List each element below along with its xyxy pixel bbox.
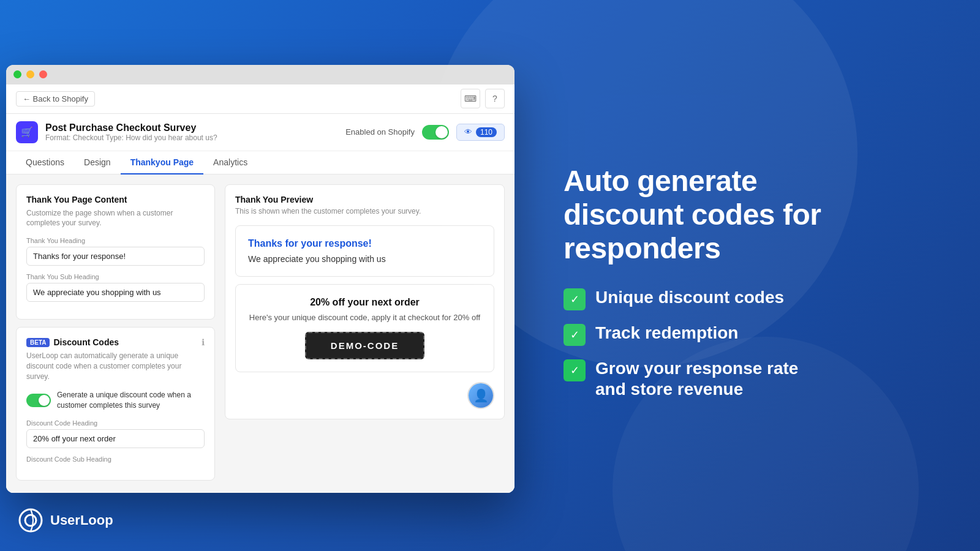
feature-item-1: ✓ Unique discount codes	[564, 287, 943, 310]
app-window: ← Back to Shopify ⌨ ? 🛒 Post Purchase Ch…	[6, 65, 514, 493]
top-bar: ← Back to Shopify ⌨ ?	[6, 84, 514, 114]
userloop-logo-icon	[17, 507, 44, 534]
thank-you-preview-sub: We appreciate you shopping with us	[248, 254, 481, 264]
back-button[interactable]: ← Back to Shopify	[16, 91, 95, 107]
feature-text-2: Track redemption	[595, 323, 738, 343]
heading-input[interactable]	[26, 247, 205, 266]
userloop-logo-text: UserLoop	[50, 512, 113, 528]
discount-title: Discount Codes	[53, 337, 119, 347]
left-panel: Thank You Page Content Customize the pag…	[16, 184, 215, 483]
discount-preview-box: 20% off your next order Here's your uniq…	[235, 284, 494, 372]
tab-analytics[interactable]: Analytics	[203, 151, 257, 174]
heading-label: Thank You Heading	[26, 237, 205, 244]
preview-card: Thank You Preview This is shown when the…	[225, 184, 505, 419]
discount-preview-sub: Here's your unique discount code, apply …	[248, 313, 481, 322]
thank-you-preview-heading: Thanks for your response!	[248, 238, 481, 249]
enabled-toggle[interactable]	[422, 125, 449, 140]
tab-thankyou-page[interactable]: Thankyou Page	[121, 151, 203, 174]
discount-header-left: BETA Discount Codes	[26, 337, 119, 347]
demo-code-button[interactable]: DEMO-CODE	[305, 332, 424, 359]
survey-header: 🛒 Post Purchase Checkout Survey Format: …	[6, 114, 514, 151]
feature-item-2: ✓ Track redemption	[564, 323, 943, 346]
avatar-inner: 👤	[469, 383, 493, 408]
avatar: 👤	[467, 382, 494, 409]
discount-toggle-label: Generate a unique discount code when a c…	[57, 390, 205, 411]
survey-title: Post Purchase Checkout Survey	[45, 122, 217, 133]
app-content: ← Back to Shopify ⌨ ? 🛒 Post Purchase Ch…	[6, 84, 514, 493]
survey-subtitle: Format: Checkout Type: How did you hear …	[45, 133, 217, 142]
check-icon-1: ✓	[564, 288, 586, 310]
marketing-headline: Auto generatediscount codes forresponder…	[564, 164, 943, 266]
marketing-panel: Auto generatediscount codes forresponder…	[514, 127, 980, 424]
discount-toggle-row: Generate a unique discount code when a c…	[26, 390, 205, 411]
tab-design[interactable]: Design	[74, 151, 121, 174]
discount-header: BETA Discount Codes ℹ	[26, 337, 205, 347]
code-heading-label: Discount Code Heading	[26, 419, 205, 427]
preview-count: 110	[476, 127, 497, 137]
heading-field-group: Thank You Heading	[26, 237, 205, 266]
title-bar	[6, 65, 514, 84]
code-sub-heading-label: Discount Code Sub Heading	[26, 455, 205, 463]
feature-list: ✓ Unique discount codes ✓ Track redempti…	[564, 287, 943, 399]
survey-icon-symbol: 🛒	[21, 126, 33, 138]
keyboard-icon[interactable]: ⌨	[461, 89, 480, 108]
preview-card-desc: This is shown when the customer complete…	[235, 207, 494, 216]
traffic-light-green[interactable]	[13, 70, 21, 78]
feature-text-3: Grow your response rateand store revenue	[595, 358, 798, 399]
right-panel: Thank You Preview This is shown when the…	[225, 184, 505, 483]
feature-text-1: Unique discount codes	[595, 287, 784, 308]
survey-header-left: 🛒 Post Purchase Checkout Survey Format: …	[16, 121, 217, 143]
survey-info: Post Purchase Checkout Survey Format: Ch…	[45, 122, 217, 142]
userloop-logo: UserLoop	[17, 507, 113, 534]
check-icon-2: ✓	[564, 324, 586, 346]
tab-questions[interactable]: Questions	[16, 151, 74, 174]
thank-you-content-card: Thank You Page Content Customize the pag…	[16, 184, 215, 320]
code-sub-heading-field-group: Discount Code Sub Heading	[26, 455, 205, 463]
discount-codes-card: BETA Discount Codes ℹ UserLoop can autom…	[16, 327, 215, 481]
svg-point-0	[20, 509, 42, 531]
avatar-area: 👤	[235, 382, 494, 409]
survey-header-right: Enabled on Shopify 👁 110	[345, 124, 505, 141]
enabled-label: Enabled on Shopify	[345, 127, 415, 137]
help-icon[interactable]: ?	[485, 89, 505, 108]
thank-you-content-title: Thank You Page Content	[26, 195, 205, 204]
nav-tabs: Questions Design Thankyou Page Analytics	[6, 151, 514, 174]
eye-icon: 👁	[464, 127, 472, 137]
sub-heading-label: Thank You Sub Heading	[26, 273, 205, 280]
feature-item-3: ✓ Grow your response rateand store reven…	[564, 358, 943, 399]
check-icon-3: ✓	[564, 359, 586, 381]
top-bar-right: ⌨ ?	[461, 89, 505, 108]
beta-badge: BETA	[26, 338, 50, 347]
traffic-light-red[interactable]	[39, 70, 47, 78]
code-heading-input[interactable]	[26, 429, 205, 448]
info-icon[interactable]: ℹ	[202, 337, 205, 347]
preview-button[interactable]: 👁 110	[456, 124, 505, 141]
discount-preview-heading: 20% off your next order	[248, 297, 481, 308]
sub-heading-field-group: Thank You Sub Heading	[26, 273, 205, 302]
discount-desc: UserLoop can automatically generate a un…	[26, 351, 205, 381]
svg-point-1	[25, 515, 36, 526]
thank-you-preview-box: Thanks for your response! We appreciate …	[235, 225, 494, 277]
discount-toggle[interactable]	[26, 394, 51, 407]
thank-you-content-desc: Customize the page shown when a customer…	[26, 208, 205, 229]
traffic-light-yellow[interactable]	[26, 70, 34, 78]
sub-heading-input[interactable]	[26, 283, 205, 302]
preview-card-title: Thank You Preview	[235, 195, 494, 204]
survey-icon: 🛒	[16, 121, 38, 143]
main-layout: Thank You Page Content Customize the pag…	[6, 174, 514, 493]
code-heading-field-group: Discount Code Heading	[26, 419, 205, 448]
